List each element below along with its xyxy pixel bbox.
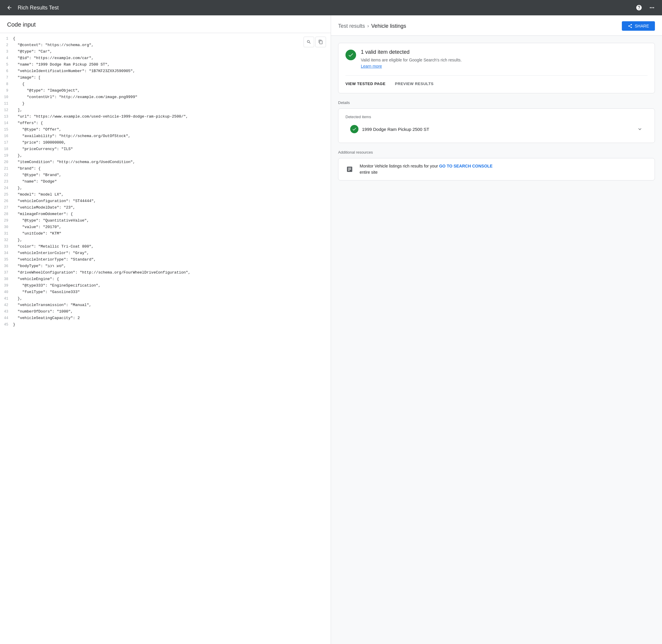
line-number: 5 — [2, 62, 13, 68]
line-content: "driveWheelConfiguration": "http://schem… — [13, 270, 190, 276]
valid-item-text: 1 valid item detected Valid items are el… — [361, 49, 462, 69]
details-section: Details Detected items 1999 Dodge Ram Pi… — [338, 100, 655, 143]
line-content: "mileageFromOdometer": { — [13, 211, 73, 217]
details-label: Details — [338, 100, 655, 105]
resource-chart-icon — [344, 164, 355, 175]
search-code-button[interactable] — [304, 37, 314, 47]
code-line: 10 "contentUrl": "http://example.com/ima… — [0, 94, 331, 100]
copy-code-button[interactable] — [315, 37, 326, 47]
detected-item-name: 1999 Dodge Ram Pickup 2500 ST — [362, 127, 633, 132]
line-content: "vehicleModelDate": "23", — [13, 204, 75, 211]
line-number: 35 — [2, 256, 13, 263]
go-to-search-console-link[interactable]: GO TO SEARCH CONSOLE — [439, 164, 493, 168]
apps-icon[interactable] — [647, 2, 657, 13]
code-area: 1{2 "@context": "https://schema.org",3 "… — [0, 33, 331, 644]
code-line: 16 "availability": "http://schema.org/Ou… — [0, 133, 331, 139]
code-line: 42 "vehicleTransmission": "Manual", — [0, 302, 331, 308]
line-number: 8 — [2, 81, 13, 88]
line-content: "@type": "Brand", — [13, 172, 62, 179]
code-line: 3 "@type": "Car", — [0, 48, 331, 55]
line-number: 33 — [2, 244, 13, 250]
code-line: 8 { — [0, 81, 331, 88]
line-number: 7 — [2, 74, 13, 81]
code-line: 27 "vehicleModelDate": "23", — [0, 204, 331, 211]
code-line: 41 }, — [0, 295, 331, 302]
code-line: 22 "@type": "Brand", — [0, 172, 331, 179]
code-line: 45} — [0, 321, 331, 328]
code-line: 12 ], — [0, 107, 331, 113]
line-number: 13 — [2, 113, 13, 120]
main-container: Code input 1{2 "@context": "https://sche… — [0, 15, 662, 644]
valid-check-icon — [346, 50, 356, 60]
line-number: 21 — [2, 165, 13, 172]
line-content: "@type": "Car", — [13, 48, 52, 55]
code-line: 38 "vehicleEngine": { — [0, 276, 331, 282]
code-line: 28 "mileageFromOdometer": { — [0, 211, 331, 217]
line-content: "@type": "QuantitativeValue", — [13, 217, 89, 224]
resource-text: Monitor Vehicle listings rich results fo… — [360, 163, 649, 176]
line-content: }, — [13, 153, 22, 159]
detected-items-card: Detected items 1999 Dodge Ram Pickup 250… — [338, 109, 655, 143]
line-content: "vehicleTransmission": "Manual", — [13, 302, 91, 308]
line-content: { — [13, 36, 15, 42]
line-number: 16 — [2, 133, 13, 139]
line-content: "@id": "https://example.com/car", — [13, 55, 94, 62]
code-line: 19 }, — [0, 153, 331, 159]
line-number: 37 — [2, 270, 13, 276]
line-content: "name": "1999 Dodge Ram Pickup 2500 ST", — [13, 62, 110, 68]
expand-detected-item-button[interactable] — [637, 126, 643, 132]
preview-results-button[interactable]: PREVIEW RESULTS — [395, 80, 434, 87]
code-line: 13 "url": "https://www.example.com/used-… — [0, 113, 331, 120]
share-button-label: SHARE — [635, 24, 649, 28]
code-line: 14 "offers": { — [0, 120, 331, 127]
line-content: "vehicleInteriorColor": "Gray", — [13, 250, 89, 256]
nav-icons — [634, 2, 657, 13]
view-tested-page-button[interactable]: VIEW TESTED PAGE — [346, 80, 386, 87]
code-line: 23 "name": "Dodge" — [0, 179, 331, 185]
line-number: 6 — [2, 68, 13, 74]
right-panel-content: 1 valid item detected Valid items are el… — [331, 36, 662, 188]
line-content: "vehicleEngine": { — [13, 276, 59, 282]
breadcrumb-chevron: › — [367, 23, 369, 29]
detected-item-check-icon — [350, 125, 358, 133]
valid-item-description: Valid items are eligible for Google Sear… — [361, 57, 462, 69]
line-number: 31 — [2, 230, 13, 237]
line-content: "value": "20170", — [13, 224, 62, 230]
code-line: 40 "fuelType": "Gasoline333" — [0, 289, 331, 295]
code-line: 4 "@id": "https://example.com/car", — [0, 55, 331, 62]
code-line: 32 }, — [0, 237, 331, 244]
line-content: "price": 100000000, — [13, 139, 66, 146]
code-line: 26 "vehicleConfiguration": "ST44444", — [0, 198, 331, 204]
line-number: 14 — [2, 120, 13, 127]
code-line: 17 "price": 100000000, — [0, 139, 331, 146]
line-content: "@type": "Offer", — [13, 127, 62, 133]
share-button[interactable]: SHARE — [622, 21, 655, 31]
line-content: "@type": "ImageObject", — [13, 88, 80, 94]
help-icon[interactable] — [634, 2, 644, 13]
line-content: "unitCode": "KTM" — [13, 230, 62, 237]
line-number: 20 — [2, 159, 13, 165]
code-line: 7 "image": [ — [0, 74, 331, 81]
line-content: "numberOfDoors": "1000", — [13, 308, 73, 315]
code-toolbar — [304, 37, 326, 47]
line-content: } — [13, 321, 15, 328]
line-content: "itemCondition": "http://schema.org/Used… — [13, 159, 135, 165]
line-number: 23 — [2, 179, 13, 185]
code-line: 18 "priceCurrency": "ILS" — [0, 146, 331, 153]
code-line: 5 "name": "1999 Dodge Ram Pickup 2500 ST… — [0, 62, 331, 68]
code-lines: 1{2 "@context": "https://schema.org",3 "… — [0, 36, 331, 328]
line-content: "name": "Dodge" — [13, 179, 57, 185]
detected-items-label: Detected items — [346, 115, 647, 119]
line-number: 40 — [2, 289, 13, 295]
line-content: "color": "Metallic Tri-Coat 800", — [13, 244, 94, 250]
line-content: "url": "https://www.example.com/used-veh… — [13, 113, 188, 120]
line-content: "priceCurrency": "ILS" — [13, 146, 73, 153]
line-content: }, — [13, 237, 22, 244]
line-number: 18 — [2, 146, 13, 153]
line-number: 42 — [2, 302, 13, 308]
line-number: 34 — [2, 250, 13, 256]
back-button[interactable] — [5, 3, 14, 13]
breadcrumb-test-results[interactable]: Test results — [338, 23, 365, 29]
line-number: 29 — [2, 217, 13, 224]
learn-more-link[interactable]: Learn more — [361, 64, 382, 69]
